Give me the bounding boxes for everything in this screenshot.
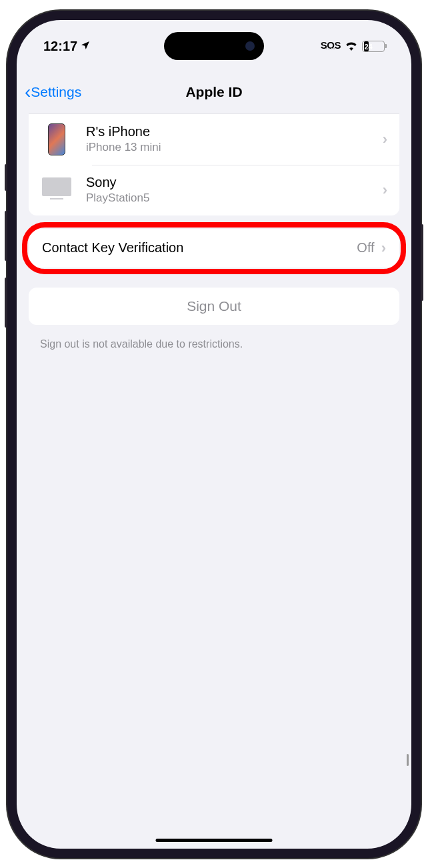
device-name: R's iPhone — [86, 124, 383, 139]
wifi-icon — [345, 39, 358, 54]
volume-down-button — [5, 278, 7, 328]
dynamic-island — [164, 32, 264, 60]
device-model: iPhone 13 mini — [86, 141, 383, 154]
contact-key-verification-container: Contact Key Verification Off › — [29, 229, 399, 268]
iphone-icon — [41, 123, 73, 155]
device-name: Sony — [86, 175, 383, 190]
home-indicator[interactable] — [156, 839, 273, 842]
chevron-right-icon: › — [383, 181, 387, 199]
power-button — [421, 224, 423, 301]
chevron-right-icon: › — [381, 240, 386, 257]
sign-out-label: Sign Out — [187, 298, 241, 314]
device-model: PlayStation5 — [86, 191, 383, 205]
phone-frame: 12:17 SOS •••• 24 — [7, 11, 421, 858]
nav-bar: ‹ Settings Apple ID — [17, 73, 411, 111]
sos-indicator: SOS •••• — [321, 43, 341, 49]
playstation-icon — [41, 174, 73, 206]
side-button — [5, 164, 7, 191]
device-text: R's iPhone iPhone 13 mini — [86, 124, 383, 154]
back-button[interactable]: ‹ Settings — [25, 81, 81, 103]
back-label: Settings — [31, 84, 81, 100]
camera-dot — [245, 41, 255, 51]
device-row-iphone[interactable]: R's iPhone iPhone 13 mini › — [29, 114, 399, 165]
location-services-icon — [80, 39, 91, 54]
contact-key-verification-row[interactable]: Contact Key Verification Off › — [29, 229, 399, 268]
status-time: 12:17 — [43, 39, 77, 54]
screen: 12:17 SOS •••• 24 — [17, 20, 411, 849]
scroll-indicator[interactable] — [407, 754, 409, 766]
status-right: SOS •••• 24 — [321, 39, 385, 54]
battery-icon: 24 — [362, 41, 385, 52]
devices-section: R's iPhone iPhone 13 mini › Sony — [29, 113, 399, 215]
contact-key-label: Contact Key Verification — [42, 240, 357, 256]
chevron-left-icon: ‹ — [25, 81, 31, 103]
device-row-playstation[interactable]: Sony PlayStation5 › — [29, 165, 399, 215]
contact-key-value: Off — [357, 240, 374, 256]
page-title: Apple ID — [185, 84, 242, 100]
device-text: Sony PlayStation5 — [86, 175, 383, 205]
status-left: 12:17 — [43, 39, 91, 54]
chevron-right-icon: › — [383, 131, 387, 148]
volume-up-button — [5, 211, 7, 261]
sign-out-button: Sign Out — [29, 288, 399, 325]
content: R's iPhone iPhone 13 mini › Sony — [17, 113, 411, 350]
sign-out-footer: Sign out is not available due to restric… — [17, 332, 411, 350]
